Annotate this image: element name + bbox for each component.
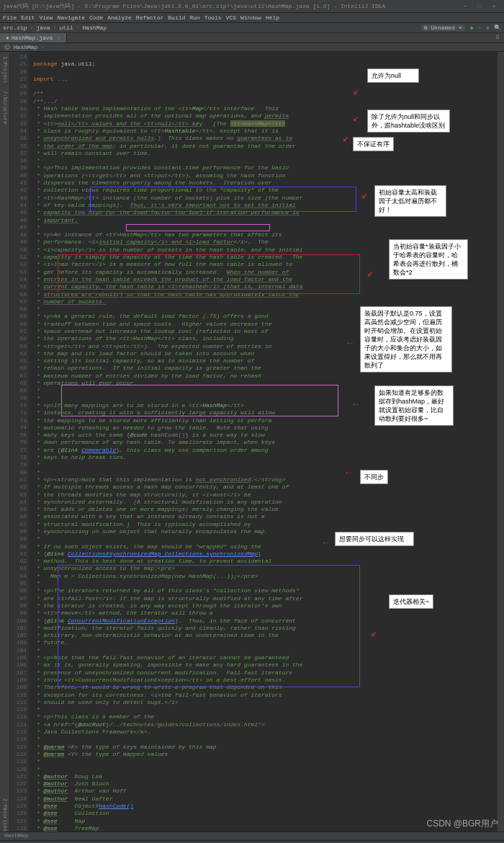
anno-perf: 初始容量太高和装载因子太低对遍历都不好！ — [374, 185, 446, 217]
arrow-icon: ↙ — [371, 627, 377, 639]
stop-icon[interactable]: ■ — [486, 24, 490, 31]
anno-null: 允许为null — [367, 68, 419, 83]
editor-content[interactable]: package java.util; import ... /** /**...… — [29, 52, 497, 831]
tab-hashmap[interactable]: ● HashMap.java × — [0, 33, 67, 43]
run-config[interactable]: ⚙ Unnamed ▾ — [421, 24, 465, 31]
watermark: CSDN @BGR用户 — [426, 818, 498, 830]
crumb-util[interactable]: util — [59, 24, 73, 31]
crumb-hashmap[interactable]: HashMap — [82, 24, 107, 31]
debug-icon[interactable]: ⌁ — [478, 24, 482, 31]
menu-file[interactable]: File — [3, 14, 17, 21]
class-nav[interactable]: HashMap — [14, 44, 38, 50]
tab-overflow-icon[interactable]: ⠿ — [491, 35, 504, 41]
project-tool-icon[interactable]: 1:Project — [2, 56, 8, 84]
favorites-tool-icon[interactable]: 2:Favorites — [2, 798, 8, 831]
menu-vcs[interactable]: VCS — [226, 14, 236, 21]
anno-loadfactor: 装载因子默认是0.75，设置高虽然会减少空间，但遍历时开销会增加。在设置初始容量… — [360, 306, 452, 373]
arrow-icon: ↙ — [367, 267, 373, 279]
anno-iter: 迭代器相关~ — [389, 594, 433, 609]
menu-navigate[interactable]: Navigate — [58, 14, 85, 21]
minimize-icon[interactable]: ─ — [458, 3, 472, 9]
arrow-icon: ↙ — [343, 132, 348, 144]
editor-tabs: ● HashMap.java × ⠿ — [0, 33, 504, 43]
close-icon[interactable]: × — [487, 3, 501, 9]
menu-window[interactable]: Window — [240, 14, 261, 21]
menu-run[interactable]: Run — [189, 14, 199, 21]
app-title: java代码 [D:\java代码] - X:\Program Files\Ja… — [3, 2, 385, 10]
menu-edit[interactable]: Edit — [21, 14, 35, 21]
menu-view[interactable]: View — [39, 14, 53, 21]
menu-tools[interactable]: Tools — [204, 14, 222, 21]
anno-syncmap: 想要同步可以这样实现 — [335, 532, 414, 546]
anno-hashtable: 除了允许为null和同步以外，跟hashtable没啥区别 — [367, 110, 450, 133]
menu-help[interactable]: Help — [266, 14, 279, 21]
menu-analyze[interactable]: Analyze — [107, 14, 132, 21]
arrow-icon: ← — [347, 337, 353, 349]
tab-close-icon[interactable]: × — [57, 35, 60, 41]
run-icon[interactable]: ▶ — [471, 24, 474, 31]
nav-toolbar: src.zip›java›util›HashMap ⚙ Unnamed ▾ ▶ … — [0, 23, 504, 33]
bottom-breadcrumb: HashMap — [0, 831, 504, 840]
arrow-icon: ← — [323, 537, 328, 548]
anno-rehash: 当初始容量*装载因子小于哈希表的容量时，哈希表会再进行散列，桶数会*2 — [389, 239, 468, 280]
tool-window-bar: ≔ 6: TODO ⎇ 9: Version Control ▣ Termina… — [0, 840, 504, 843]
titlebar: java代码 [D:\java代码] - X:\Program Files\Ja… — [0, 0, 504, 13]
arrow-icon: ← — [353, 398, 359, 410]
menu-build[interactable]: Build — [168, 14, 185, 21]
crumb-java[interactable]: java — [36, 24, 50, 31]
scrollbar-marks[interactable] — [497, 52, 504, 831]
structure-tool-icon[interactable]: 7:Structure — [2, 91, 8, 124]
crumb-src.zip[interactable]: src.zip — [3, 24, 27, 31]
java-file-icon: ● — [6, 35, 9, 41]
rect-highlight — [58, 254, 360, 294]
structure-nav: Ⓒ HashMap › — [0, 43, 504, 52]
left-tool-strip: 1:Project 7:Structure 2:Favorites — [0, 52, 10, 831]
rect-highlight — [90, 187, 356, 212]
search-icon[interactable]: 🔍 — [494, 24, 501, 31]
menu-code[interactable]: Code — [89, 14, 103, 21]
anno-sync: 不同步 — [360, 470, 388, 484]
menubar: FileEditViewNavigateCodeAnalyzeRefactorB… — [0, 13, 504, 23]
rect-highlight — [126, 224, 270, 231]
menu-refactor[interactable]: Refactor — [136, 14, 163, 21]
breadcrumbs: src.zip›java›util›HashMap — [3, 24, 107, 31]
anno-initcap: 如果知道有足够多的数据存到hashMap，最好就设置初始容量，比自动散列要好很多… — [374, 385, 454, 426]
anno-order: 不保证有序 — [353, 137, 394, 151]
arrow-icon: ← — [346, 467, 351, 478]
arrow-icon: ↙ — [353, 112, 359, 124]
arrow-icon: ↙ — [353, 85, 359, 97]
arrow-icon: ↙ — [361, 189, 367, 201]
rect-highlight — [61, 385, 338, 416]
line-numbers: 24 25 26 27 28 29 30 31 32 33 34 35 36 3… — [10, 52, 29, 831]
rect-highlight — [58, 565, 360, 687]
tab-label: HashMap.java — [12, 35, 53, 41]
maximize-icon[interactable]: □ — [472, 3, 487, 9]
